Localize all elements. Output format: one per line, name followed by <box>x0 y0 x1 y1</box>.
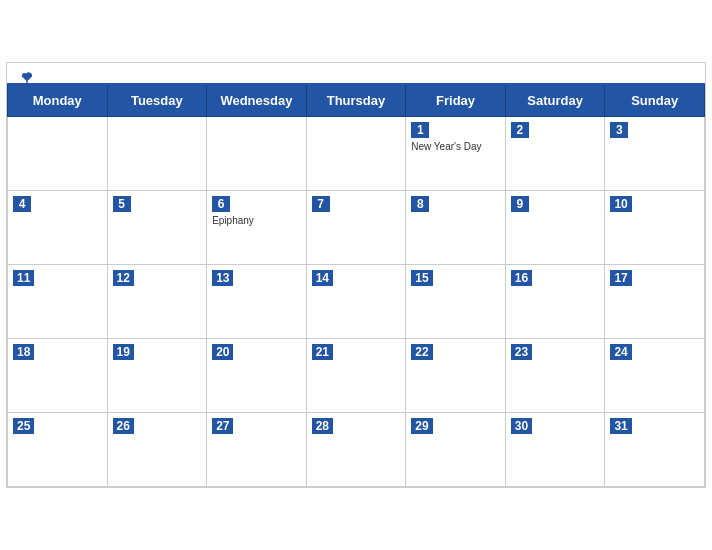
calendar-cell: 24 <box>605 339 705 413</box>
week-row-2: 11121314151617 <box>8 265 705 339</box>
calendar-cell: 16 <box>505 265 605 339</box>
day-number: 2 <box>511 122 529 138</box>
calendar-cell: 5 <box>107 191 207 265</box>
calendar-cell: 19 <box>107 339 207 413</box>
weekday-header-thursday: Thursday <box>306 84 406 117</box>
day-number: 27 <box>212 418 233 434</box>
day-number: 31 <box>610 418 631 434</box>
logo-bird-icon <box>20 71 34 85</box>
calendar-cell: 7 <box>306 191 406 265</box>
weekday-header-friday: Friday <box>406 84 506 117</box>
day-number: 21 <box>312 344 333 360</box>
day-number: 30 <box>511 418 532 434</box>
weekday-header-saturday: Saturday <box>505 84 605 117</box>
day-number: 11 <box>13 270 34 286</box>
day-number: 19 <box>113 344 134 360</box>
day-number: 29 <box>411 418 432 434</box>
calendar-grid: MondayTuesdayWednesdayThursdayFridaySatu… <box>7 83 705 487</box>
calendar-cell: 6Epiphany <box>207 191 307 265</box>
calendar-cell: 8 <box>406 191 506 265</box>
day-number: 8 <box>411 196 429 212</box>
week-row-4: 25262728293031 <box>8 413 705 487</box>
calendar-cell: 25 <box>8 413 108 487</box>
calendar-cell: 1New Year's Day <box>406 117 506 191</box>
calendar-cell: 18 <box>8 339 108 413</box>
calendar-cell: 14 <box>306 265 406 339</box>
calendar-cell: 11 <box>8 265 108 339</box>
week-row-3: 18192021222324 <box>8 339 705 413</box>
day-number: 12 <box>113 270 134 286</box>
calendar-cell <box>107 117 207 191</box>
weekday-header-wednesday: Wednesday <box>207 84 307 117</box>
day-number: 6 <box>212 196 230 212</box>
day-number: 1 <box>411 122 429 138</box>
day-number: 7 <box>312 196 330 212</box>
calendar-header <box>7 63 705 83</box>
holiday-name: New Year's Day <box>411 141 500 152</box>
day-number: 25 <box>13 418 34 434</box>
calendar-cell: 15 <box>406 265 506 339</box>
weekday-header-monday: Monday <box>8 84 108 117</box>
weekday-header-row: MondayTuesdayWednesdayThursdayFridaySatu… <box>8 84 705 117</box>
calendar-cell: 20 <box>207 339 307 413</box>
day-number: 16 <box>511 270 532 286</box>
calendar-cell: 31 <box>605 413 705 487</box>
calendar-cell: 4 <box>8 191 108 265</box>
calendar-cell: 12 <box>107 265 207 339</box>
calendar-cell: 21 <box>306 339 406 413</box>
calendar-cell: 13 <box>207 265 307 339</box>
calendar-cell: 22 <box>406 339 506 413</box>
calendar-cell: 29 <box>406 413 506 487</box>
calendar-cell: 9 <box>505 191 605 265</box>
day-number: 15 <box>411 270 432 286</box>
day-number: 23 <box>511 344 532 360</box>
calendar-container: MondayTuesdayWednesdayThursdayFridaySatu… <box>6 62 706 488</box>
calendar-cell <box>207 117 307 191</box>
weekday-header-sunday: Sunday <box>605 84 705 117</box>
day-number: 28 <box>312 418 333 434</box>
calendar-cell <box>306 117 406 191</box>
day-number: 14 <box>312 270 333 286</box>
day-number: 20 <box>212 344 233 360</box>
calendar-cell: 17 <box>605 265 705 339</box>
day-number: 4 <box>13 196 31 212</box>
calendar-cell <box>8 117 108 191</box>
day-number: 3 <box>610 122 628 138</box>
calendar-cell: 10 <box>605 191 705 265</box>
calendar-cell: 27 <box>207 413 307 487</box>
week-row-1: 456Epiphany78910 <box>8 191 705 265</box>
calendar-cell: 3 <box>605 117 705 191</box>
day-number: 18 <box>13 344 34 360</box>
day-number: 17 <box>610 270 631 286</box>
calendar-cell: 23 <box>505 339 605 413</box>
day-number: 5 <box>113 196 131 212</box>
week-row-0: 1New Year's Day23 <box>8 117 705 191</box>
weekday-header-tuesday: Tuesday <box>107 84 207 117</box>
calendar-cell: 26 <box>107 413 207 487</box>
day-number: 24 <box>610 344 631 360</box>
day-number: 10 <box>610 196 631 212</box>
calendar-cell: 28 <box>306 413 406 487</box>
holiday-name: Epiphany <box>212 215 301 226</box>
day-number: 26 <box>113 418 134 434</box>
calendar-cell: 2 <box>505 117 605 191</box>
calendar-cell: 30 <box>505 413 605 487</box>
day-number: 22 <box>411 344 432 360</box>
day-number: 9 <box>511 196 529 212</box>
day-number: 13 <box>212 270 233 286</box>
